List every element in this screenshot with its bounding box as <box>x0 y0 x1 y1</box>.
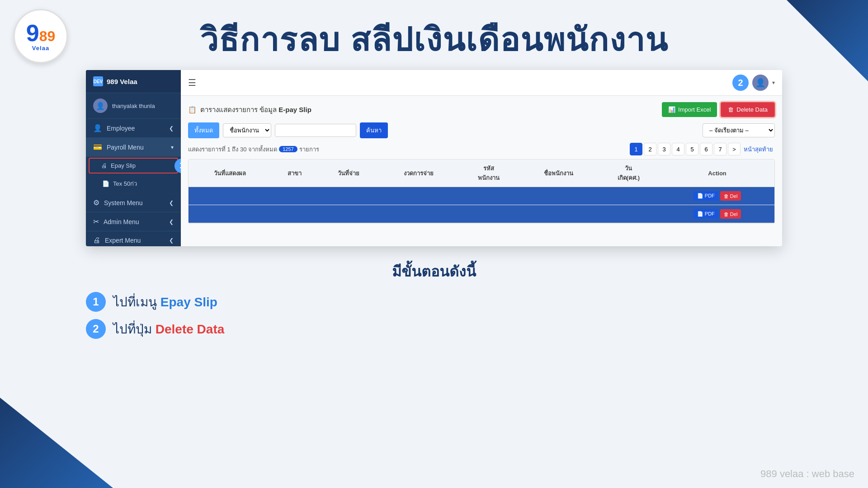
sort-select[interactable]: – จัดเรียงตาม – <box>703 123 775 137</box>
instructions-section: มีขั้นตอนดังนี้ 1 ไปที่เมนู Epay Slip 2 … <box>0 260 868 346</box>
delete-data-label: Delete Data <box>736 106 768 113</box>
instruction-text-1: ไปที่เมนู Epay Slip <box>113 292 217 312</box>
search-input[interactable] <box>275 124 356 137</box>
instr-highlight-1: Epay Slip <box>160 295 217 309</box>
sidebar: DEV 989 Velaa 👤 thanyalak thunla 👤 Emplo… <box>86 70 181 246</box>
header-buttons: 📊 Import Excel 🗑 Delete Data <box>662 102 775 117</box>
sidebar-item-expert-label: Expert Menu <box>105 237 141 244</box>
sidebar-item-epay-slip[interactable]: 🖨 Epay Slip <box>89 158 178 174</box>
delete-data-button[interactable]: 🗑 Delete Data <box>721 102 775 117</box>
excel-icon: 📊 <box>668 106 675 113</box>
cell-emp-code <box>458 187 520 205</box>
sidebar-item-payroll-label: Payroll Menu <box>107 144 144 151</box>
page-title: วิธีการลบ สลีปเงินเดือนพนักงาน <box>0 14 868 66</box>
top-bar-right: 2 👤 ▾ <box>732 75 775 91</box>
col-branch: สาขา <box>271 160 318 187</box>
top-bar: ☰ 2 👤 ▾ <box>181 70 782 96</box>
sidebar-item-admin-label: Admin Menu <box>104 218 139 225</box>
cell-emp-name <box>520 205 597 223</box>
instruction-badge-2: 2 <box>86 319 106 339</box>
watermark: 989 velaa : web base <box>760 468 854 480</box>
content-header: 📋 ตารางแสดงรายการ ข้อมูล E-pay Slip 📊 Im… <box>188 102 775 117</box>
action-buttons: 📄 PDF 🗑 Del <box>665 209 770 219</box>
page-1-button[interactable]: 1 <box>630 143 642 155</box>
page-3-button[interactable]: 3 <box>658 143 670 155</box>
employee-arrow-icon: ❮ <box>169 125 174 131</box>
instr-highlight-2: Delete Data <box>156 322 225 336</box>
system-icon: ⚙ <box>93 198 99 207</box>
pagination-unit: รายการ <box>299 145 319 154</box>
data-table-container: วันที่แสดงผล สาขา วันที่จ่าย งวดการจ่าย … <box>188 159 775 224</box>
table-row: 📄 PDF 🗑 Del <box>189 187 774 205</box>
content-area: 📋 ตารางแสดงรายการ ข้อมูล E-pay Slip 📊 Im… <box>181 96 782 246</box>
cell-branch <box>271 205 318 223</box>
content-title-text: ตารางแสดงรายการ ข้อมูล E-pay Slip <box>200 104 311 115</box>
pdf-button[interactable]: 📄 PDF <box>693 191 718 201</box>
main-panel: ☰ 2 👤 ▾ 📋 ตารางแสดงรายการ ข้อมูล E-pay S… <box>181 70 782 246</box>
cell-pay-period <box>380 187 458 205</box>
sidebar-item-employee-label: Employee <box>107 125 135 132</box>
del-button[interactable]: 🗑 Del <box>720 209 741 219</box>
pagination-buttons: 1 2 3 4 5 6 7 > หน้าสุดท้าย <box>630 143 775 155</box>
sidebar-item-payroll[interactable]: 💳 Payroll Menu ▾ <box>86 138 181 157</box>
page-next-button[interactable]: > <box>728 143 741 155</box>
payroll-icon: 💳 <box>93 143 102 151</box>
sidebar-item-expert[interactable]: 🖨 Expert Menu ❮ <box>86 231 181 246</box>
payroll-arrow-icon: ▾ <box>171 144 174 150</box>
action-buttons: 📄 PDF 🗑 Del <box>665 191 770 201</box>
instruction-item-2: 2 ไปที่ปุ่ม Delete Data <box>86 319 782 339</box>
data-table: วันที่แสดงผล สาขา วันที่จ่าย งวดการจ่าย … <box>189 160 774 223</box>
pdf-button[interactable]: 📄 PDF <box>693 209 718 219</box>
all-button[interactable]: ทั้งหมด <box>188 122 219 138</box>
sidebar-nav: 👤 Employee ❮ 💳 Payroll Menu ▾ 🖨 Epay Sli… <box>86 119 181 246</box>
sidebar-item-employee[interactable]: 👤 Employee ❮ <box>86 119 181 138</box>
instruction-badge-1: 1 <box>86 292 106 312</box>
import-excel-button[interactable]: 📊 Import Excel <box>662 102 717 117</box>
sidebar-brand-label: 989 Velaa <box>107 78 137 85</box>
pagination-info: แสดงรายการที่ 1 ถึง 30 จากทั้งหมด 1257 ร… <box>188 145 319 154</box>
col-pay-date: วันที่จ่าย <box>318 160 380 187</box>
sidebar-brand: DEV 989 Velaa <box>86 70 181 93</box>
import-excel-label: Import Excel <box>678 106 711 113</box>
employee-filter-select[interactable]: ชื่อพนักงาน <box>223 123 271 137</box>
cell-date-display <box>189 187 271 205</box>
cell-pay-date <box>318 187 380 205</box>
trash-icon: 🗑 <box>728 106 734 113</box>
expert-icon: 🖨 <box>93 236 100 244</box>
total-count-badge: 1257 <box>279 146 297 152</box>
hamburger-icon[interactable]: ☰ <box>188 77 196 88</box>
tex-icon: 📄 <box>102 180 109 187</box>
col-emp-name: ชื่อพนักงาน <box>520 160 597 187</box>
content-title: 📋 ตารางแสดงรายการ ข้อมูล E-pay Slip <box>188 104 311 115</box>
admin-arrow-icon: ❮ <box>169 219 174 225</box>
page-7-button[interactable]: 7 <box>714 143 726 155</box>
sidebar-item-admin[interactable]: ✂ Admin Menu ❮ <box>86 212 181 231</box>
pagination-row: แสดงรายการที่ 1 ถึง 30 จากทั้งหมด 1257 ร… <box>188 143 775 155</box>
instruction-text-2: ไปที่ปุ่ม Delete Data <box>113 319 224 339</box>
sidebar-item-epay-label: Epay Slip <box>111 162 136 169</box>
page-6-button[interactable]: 6 <box>700 143 712 155</box>
col-dob: วันเกิด(คศ.) <box>597 160 660 187</box>
last-page-link[interactable]: หน้าสุดท้าย <box>742 145 775 154</box>
page-2-button[interactable]: 2 <box>644 143 656 155</box>
admin-icon: ✂ <box>93 217 99 226</box>
cell-emp-name <box>520 187 597 205</box>
bg-decoration-bottom-left <box>0 398 113 488</box>
instr-text-before-2: ไปที่ปุ่ม <box>113 322 156 336</box>
user-menu-button[interactable]: 👤 <box>752 75 769 91</box>
username: thanyalak thunla <box>112 103 155 109</box>
table-row: 📄 PDF 🗑 Del <box>189 205 774 223</box>
dropdown-arrow-icon: ▾ <box>772 80 775 86</box>
page-5-button[interactable]: 5 <box>686 143 698 155</box>
sidebar-item-tex[interactable]: 📄 Tex 50ก่ว <box>86 174 181 193</box>
step-badge-2: 2 <box>732 75 749 91</box>
instruction-item-1: 1 ไปที่เมนู Epay Slip <box>86 292 782 312</box>
page-4-button[interactable]: 4 <box>672 143 684 155</box>
del-button[interactable]: 🗑 Del <box>720 191 741 201</box>
col-action: Action <box>660 160 774 187</box>
cell-pay-date <box>318 205 380 223</box>
system-arrow-icon: ❮ <box>169 200 174 206</box>
search-button[interactable]: ค้นหา <box>360 122 388 138</box>
cell-emp-code <box>458 205 520 223</box>
sidebar-item-system[interactable]: ⚙ System Menu ❮ <box>86 193 181 212</box>
